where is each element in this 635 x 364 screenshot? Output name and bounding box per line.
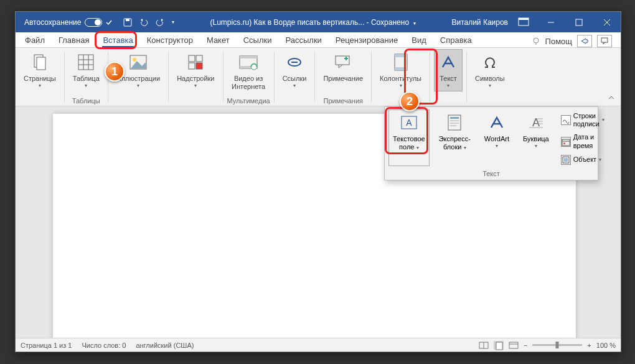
tab-mailings[interactable]: Рассылки bbox=[278, 33, 328, 47]
picture-icon bbox=[128, 52, 148, 72]
maximize-button[interactable] bbox=[565, 12, 593, 32]
signature-line-button[interactable]: Строки подписи▾ bbox=[558, 111, 607, 129]
save-icon[interactable] bbox=[123, 18, 132, 27]
quickparts-icon bbox=[444, 113, 464, 133]
svg-rect-10 bbox=[601, 38, 608, 42]
svg-rect-50 bbox=[562, 139, 570, 146]
wordart-button[interactable]: WordArt▾ bbox=[480, 110, 514, 166]
svg-rect-22 bbox=[189, 63, 195, 69]
zoom-slider[interactable] bbox=[532, 344, 582, 346]
table-button[interactable]: Таблица▾ bbox=[68, 49, 104, 91]
text-small-buttons: Строки подписи▾ Дата и время Объект▾ bbox=[558, 110, 607, 166]
group-media: Видео изИнтернета Мультимедиа bbox=[223, 48, 274, 106]
symbols-button[interactable]: Символы▾ bbox=[471, 49, 509, 91]
text-dropdown-popup: A Текстовоеполе ▾ Экспресс-блоки ▾ WordA… bbox=[384, 106, 598, 180]
callout-1: 1 bbox=[105, 62, 125, 82]
status-language[interactable]: английский (США) bbox=[136, 342, 194, 349]
toggle-icon bbox=[85, 18, 102, 27]
titlebar: Автосохранение ▾ (Lumpics.ru) Как в Ворд… bbox=[16, 12, 621, 32]
pages-button[interactable]: Страницы▾ bbox=[19, 49, 60, 91]
table-icon bbox=[76, 52, 96, 72]
svg-point-19 bbox=[133, 58, 136, 62]
datetime-icon bbox=[561, 137, 571, 147]
svg-rect-57 bbox=[496, 342, 502, 350]
wordart-a-icon bbox=[487, 113, 507, 133]
tab-home[interactable]: Главная bbox=[52, 33, 96, 47]
zoom-in-button[interactable]: + bbox=[587, 342, 591, 349]
addins-button[interactable]: Надстройки▾ bbox=[172, 49, 219, 91]
tables-group-label: Таблицы bbox=[68, 96, 104, 106]
close-button[interactable] bbox=[593, 12, 621, 32]
svg-rect-3 bbox=[519, 18, 529, 20]
links-button[interactable]: Ссылки▾ bbox=[278, 49, 311, 91]
autosave-label: Автосохранение bbox=[24, 18, 81, 27]
tab-references[interactable]: Ссылки bbox=[237, 33, 279, 47]
tab-help[interactable]: Справка bbox=[433, 33, 479, 47]
web-layout-icon[interactable] bbox=[509, 341, 519, 350]
headerfooter-icon bbox=[391, 52, 411, 72]
tab-review[interactable]: Рецензирование bbox=[329, 33, 405, 47]
undo-icon[interactable] bbox=[139, 18, 148, 27]
wordart-icon bbox=[438, 52, 458, 72]
status-words[interactable]: Число слов: 0 bbox=[82, 342, 126, 349]
textbox-button[interactable]: A Текстовоеполе ▾ bbox=[388, 110, 430, 166]
online-video-button[interactable]: Видео изИнтернета bbox=[227, 49, 270, 93]
svg-rect-41 bbox=[450, 120, 459, 121]
redo-icon[interactable] bbox=[156, 18, 164, 27]
omega-icon bbox=[480, 52, 500, 72]
tab-layout[interactable]: Макет bbox=[200, 33, 237, 47]
object-icon bbox=[561, 155, 571, 165]
autosave-toggle[interactable]: Автосохранение bbox=[16, 18, 117, 27]
share-button[interactable] bbox=[577, 35, 592, 47]
text-popup-label: Текст bbox=[385, 169, 598, 180]
svg-rect-58 bbox=[509, 342, 518, 348]
ribbon-display-icon[interactable] bbox=[518, 17, 533, 27]
group-pages: Страницы▾ bbox=[16, 48, 64, 106]
print-layout-icon[interactable] bbox=[494, 341, 504, 350]
datetime-button[interactable]: Дата и время bbox=[558, 132, 607, 151]
svg-rect-35 bbox=[395, 67, 407, 70]
svg-point-8 bbox=[534, 38, 539, 43]
quickparts-button[interactable]: Экспресс-блоки ▾ bbox=[435, 110, 475, 166]
zoom-out-button[interactable]: − bbox=[524, 342, 527, 349]
minimize-button[interactable] bbox=[537, 12, 565, 32]
svg-text:A: A bbox=[532, 116, 540, 129]
svg-rect-20 bbox=[189, 55, 195, 62]
svg-rect-13 bbox=[78, 55, 93, 70]
svg-rect-23 bbox=[196, 63, 202, 69]
svg-rect-25 bbox=[240, 56, 257, 58]
read-mode-icon[interactable] bbox=[479, 341, 489, 350]
svg-rect-12 bbox=[37, 57, 45, 70]
user-segment[interactable]: Виталий Каиров bbox=[445, 18, 514, 27]
tabs-right: Помощ bbox=[532, 35, 618, 47]
svg-rect-5 bbox=[576, 19, 582, 26]
svg-rect-1 bbox=[126, 19, 129, 21]
zoom-level[interactable]: 100 % bbox=[596, 342, 616, 349]
collapse-ribbon-button[interactable] bbox=[606, 92, 617, 103]
svg-rect-52 bbox=[563, 142, 565, 144]
svg-rect-21 bbox=[196, 55, 202, 62]
lightbulb-icon bbox=[532, 37, 540, 45]
tab-file[interactable]: Файл bbox=[18, 33, 52, 47]
group-tables: Таблица▾ Таблицы bbox=[65, 48, 108, 106]
user-name: Виталий Каиров bbox=[451, 18, 508, 27]
qat-more-icon[interactable]: ▾ bbox=[172, 19, 174, 25]
textbox-icon: A bbox=[399, 113, 419, 133]
group-links: Ссылки▾ bbox=[275, 48, 315, 106]
svg-rect-54 bbox=[564, 158, 568, 162]
object-button[interactable]: Объект▾ bbox=[558, 154, 607, 166]
group-addins: Надстройки▾ bbox=[169, 48, 222, 106]
tab-view[interactable]: Вид bbox=[405, 33, 433, 47]
tab-design[interactable]: Конструктор bbox=[140, 33, 200, 47]
status-page[interactable]: Страница 1 из 1 bbox=[21, 342, 72, 349]
comments-button[interactable] bbox=[597, 35, 612, 47]
tabs-row: Файл Главная Вставка Конструктор Макет С… bbox=[16, 32, 621, 48]
tab-insert[interactable]: Вставка bbox=[96, 33, 139, 47]
text-button[interactable]: Текст▾ bbox=[434, 49, 463, 91]
comment-button[interactable]: Примечание bbox=[319, 49, 367, 86]
tell-me-label[interactable]: Помощ bbox=[545, 37, 572, 46]
dropcap-button[interactable]: A Буквица▾ bbox=[519, 110, 553, 166]
dropcap-icon: A bbox=[526, 113, 546, 133]
quick-access-toolbar: ▾ bbox=[117, 18, 181, 27]
headerfooter-button[interactable]: Колонтитулы▾ bbox=[375, 49, 426, 91]
